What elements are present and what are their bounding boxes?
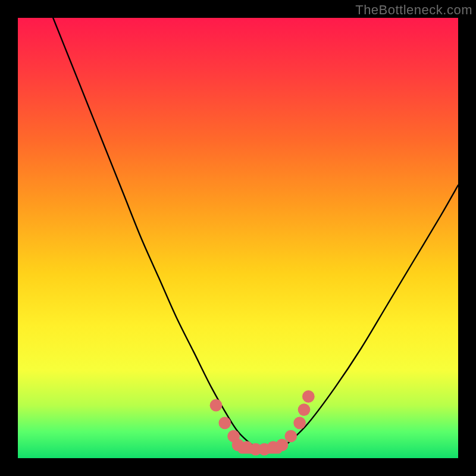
highlight-dot (284, 430, 297, 443)
highlight-markers (210, 390, 315, 456)
highlight-dot (276, 439, 289, 451)
highlight-dot (210, 399, 223, 412)
highlight-dot (218, 416, 231, 429)
curve-line (53, 18, 458, 450)
chart-frame: TheBottleneck.com (0, 0, 476, 476)
highlight-dot (298, 403, 311, 416)
chart-svg (18, 18, 458, 458)
watermark-text: TheBottleneck.com (355, 2, 472, 18)
plot-area (18, 18, 458, 458)
highlight-dot (302, 390, 315, 403)
highlight-dot (293, 416, 306, 429)
